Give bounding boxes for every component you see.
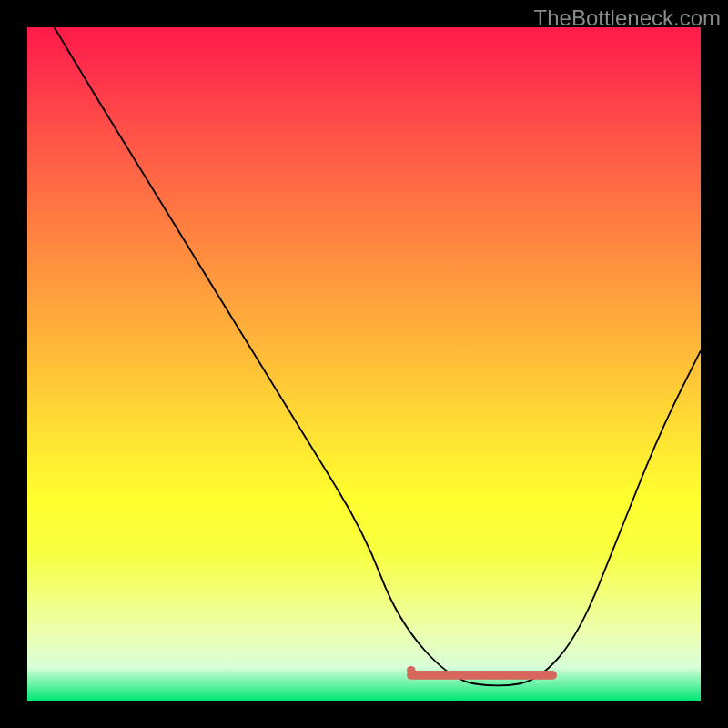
bottleneck-curve-path xyxy=(55,27,701,685)
curve-svg xyxy=(27,27,701,701)
plot-area xyxy=(27,27,701,701)
marker-dot xyxy=(407,666,416,675)
chart-container: TheBottleneck.com xyxy=(0,0,728,728)
